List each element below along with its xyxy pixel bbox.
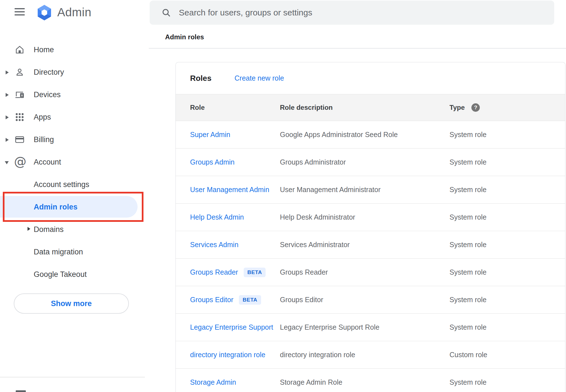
role-description: User Management Administrator	[280, 186, 380, 193]
sidebar-item-domains[interactable]: Domains	[0, 218, 145, 241]
column-header-role: Role	[190, 104, 205, 111]
table-row: Legacy Enterprise Support Legacy Enterpr…	[176, 314, 565, 341]
role-description: Groups Reader	[280, 268, 328, 276]
sidebar: Home Directory Devices Apps	[0, 38, 145, 286]
sidebar-item-label: Account settings	[34, 180, 89, 189]
role-description: Google Apps Administrator Seed Role	[280, 131, 398, 138]
role-link[interactable]: Services Admin	[190, 241, 238, 249]
at-sign-icon: @	[14, 156, 26, 167]
table-row: Help Desk Admin Help Desk Administrator …	[176, 204, 565, 231]
table-row: User Management Admin User Management Ad…	[176, 176, 565, 204]
search-input[interactable]	[179, 8, 554, 17]
table-row: Groups Admin Groups Administrator System…	[176, 149, 565, 176]
sidebar-item-label: Admin roles	[34, 203, 77, 211]
role-description: Storage Admin Role	[280, 378, 342, 386]
role-link[interactable]: Legacy Enterprise Support	[190, 323, 273, 331]
breadcrumb-divider	[149, 48, 566, 49]
sidebar-item-label: Home	[34, 45, 54, 54]
role-description: directory integration role	[280, 351, 355, 359]
sidebar-item-data-migration[interactable]: Data migration	[0, 241, 145, 263]
sidebar-item-billing[interactable]: Billing	[0, 128, 145, 151]
sidebar-item-account[interactable]: @ Account	[0, 151, 145, 173]
sidebar-divider	[0, 377, 145, 377]
apps-grid-icon	[15, 112, 25, 122]
roles-card: Roles Create new role Role Role descript…	[175, 62, 565, 392]
sidebar-item-label: Devices	[34, 90, 61, 99]
create-new-role-link[interactable]: Create new role	[234, 74, 284, 82]
role-link[interactable]: User Management Admin	[190, 186, 269, 193]
collapse-arrow-icon[interactable]	[5, 161, 9, 164]
sidebar-item-label: Directory	[34, 68, 64, 77]
role-type: System role	[449, 268, 487, 276]
role-type: System role	[449, 186, 487, 194]
home-icon	[15, 45, 25, 55]
column-header-type: Type	[449, 104, 465, 111]
breadcrumb: Admin roles	[165, 33, 204, 41]
admin-logo-icon[interactable]	[36, 4, 53, 21]
expand-arrow-icon[interactable]	[6, 70, 9, 74]
role-type: System role	[449, 323, 487, 331]
role-description: Legacy Enterprise Support Role	[280, 323, 379, 331]
sidebar-item-directory[interactable]: Directory	[0, 61, 145, 83]
search-bar	[150, 1, 554, 25]
sidebar-item-label: Billing	[34, 135, 54, 144]
role-type: System role	[449, 296, 487, 304]
beta-badge: BETA	[239, 295, 261, 305]
role-link[interactable]: directory integration role	[190, 351, 265, 359]
role-link[interactable]: Groups Editor	[190, 296, 233, 304]
sidebar-item-admin-roles[interactable]: Admin roles	[0, 196, 145, 218]
column-header-description: Role description	[280, 104, 333, 111]
table-row: Groups Reader BETA Groups Reader System …	[176, 259, 565, 286]
role-description: Groups Editor	[280, 296, 323, 304]
role-link[interactable]: Super Admin	[190, 131, 230, 138]
role-link[interactable]: Help Desk Admin	[190, 213, 244, 221]
sidebar-item-home[interactable]: Home	[0, 38, 145, 61]
role-type: Custom role	[449, 351, 487, 359]
role-description: Help Desk Administrator	[280, 213, 355, 221]
sidebar-item-label: Domains	[34, 225, 64, 234]
table-row: Groups Editor BETA Groups Editor System …	[176, 286, 565, 314]
sidebar-item-label: Apps	[34, 113, 51, 122]
table-row: directory integration role directory int…	[176, 341, 565, 369]
role-link[interactable]: Storage Admin	[190, 378, 236, 386]
sidebar-item-label: Account	[34, 158, 61, 167]
sidebar-item-apps[interactable]: Apps	[0, 106, 145, 128]
expand-arrow-icon[interactable]	[6, 138, 9, 142]
app-header: Admin	[0, 0, 145, 27]
show-more-button[interactable]: Show more	[14, 293, 129, 314]
role-type: System role	[449, 213, 487, 221]
card-title: Roles	[190, 74, 211, 83]
app-title: Admin	[57, 6, 92, 19]
menu-icon[interactable]	[15, 8, 25, 16]
table-row: Storage Admin Storage Admin Role System …	[176, 369, 565, 392]
table-row: Super Admin Google Apps Administrator Se…	[176, 121, 565, 149]
expand-arrow-icon[interactable]	[6, 93, 9, 97]
roles-card-header: Roles Create new role	[176, 62, 565, 94]
table-row: Services Admin Services Administrator Sy…	[176, 231, 565, 259]
sidebar-item-account-settings[interactable]: Account settings	[0, 173, 145, 196]
credit-card-icon	[15, 135, 25, 145]
sidebar-item-label: Data migration	[34, 248, 83, 256]
role-link[interactable]: Groups Reader	[190, 268, 238, 276]
search-icon	[161, 8, 171, 17]
role-description: Groups Administrator	[280, 158, 346, 166]
clipped-bottom-icon	[16, 390, 26, 392]
role-type: System role	[449, 241, 487, 249]
help-icon[interactable]: ?	[471, 103, 480, 112]
sidebar-item-google-takeout[interactable]: Google Takeout	[0, 263, 145, 286]
role-type: System role	[449, 158, 487, 166]
role-link[interactable]: Groups Admin	[190, 158, 234, 166]
role-description: Services Administrator	[280, 241, 350, 249]
role-type: System role	[449, 131, 487, 139]
table-header-row: Role Role description Type ?	[176, 94, 565, 121]
person-icon	[15, 67, 25, 77]
devices-icon	[15, 90, 25, 100]
role-type: System role	[449, 378, 487, 386]
beta-badge: BETA	[244, 268, 266, 277]
expand-arrow-icon[interactable]	[6, 115, 9, 119]
sidebar-item-devices[interactable]: Devices	[0, 83, 145, 106]
expand-arrow-icon[interactable]	[28, 227, 30, 231]
sidebar-item-label: Google Takeout	[34, 270, 87, 279]
